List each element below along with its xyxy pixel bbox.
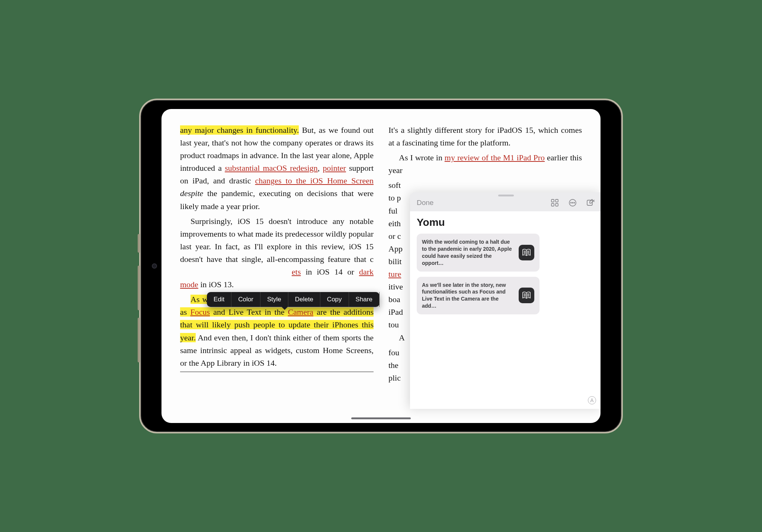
ipad-frame: any major changes in functionality. But,… — [139, 99, 623, 433]
menu-share[interactable]: Share — [349, 292, 380, 307]
done-button[interactable]: Done — [417, 199, 433, 207]
hw-volume-up — [138, 266, 140, 310]
svg-point-5 — [571, 202, 572, 203]
svg-rect-2 — [551, 203, 554, 206]
book-icon — [519, 245, 534, 260]
quick-note-title[interactable]: Yomu — [417, 217, 595, 228]
link-focus[interactable]: Focus — [190, 307, 210, 317]
link-m1-review[interactable]: my review of the M1 iPad Pro — [445, 153, 545, 162]
link-macos-redesign[interactable]: substantial macOS redesign — [225, 163, 318, 173]
svg-rect-1 — [556, 199, 558, 202]
menu-color[interactable]: Color — [231, 292, 260, 307]
pencil-marker-icon[interactable]: A — [588, 396, 596, 404]
screen: any major changes in functionality. But,… — [161, 109, 601, 423]
menu-style[interactable]: Style — [260, 292, 288, 307]
grid-icon[interactable] — [550, 198, 560, 208]
menu-edit[interactable]: Edit — [207, 292, 231, 307]
compose-icon[interactable] — [586, 198, 595, 208]
link-home-screen[interactable]: changes to the iOS Home Screen — [255, 176, 374, 185]
svg-point-7 — [574, 202, 575, 203]
link-pointer[interactable]: pointer — [323, 163, 346, 173]
svg-rect-3 — [556, 203, 558, 206]
link-widgets[interactable]: ets — [292, 267, 301, 276]
svg-point-6 — [572, 202, 573, 203]
link-camera[interactable]: Camera — [288, 307, 313, 317]
hw-button — [138, 234, 140, 253]
paragraph[interactable]: Surprisingly, iOS 15 doesn't introduce a… — [180, 215, 374, 291]
menu-copy[interactable]: Copy — [320, 292, 349, 307]
paragraph[interactable]: As I wrote in my review of the M1 iPad P… — [388, 151, 582, 177]
highlighted-text[interactable]: any major changes in functionality. — [180, 125, 299, 135]
paragraph[interactable]: It's a slightly different story for iPad… — [388, 124, 582, 149]
front-camera — [152, 263, 157, 269]
paragraph[interactable]: any major changes in functionality. But,… — [180, 124, 374, 213]
home-indicator[interactable] — [351, 417, 411, 419]
quick-note-toolbar: Done — [410, 196, 601, 211]
section-divider — [180, 372, 374, 372]
note-link-card[interactable]: With the world coming to a halt due to t… — [417, 234, 540, 272]
selection-context-menu: Edit Color Style Delete Copy Share — [207, 292, 380, 307]
quick-note-panel[interactable]: Done Yomu With the world coming to a hal… — [410, 192, 601, 409]
note-link-text: With the world coming to a halt due to t… — [422, 238, 513, 267]
quick-note-body[interactable]: Yomu With the world coming to a halt due… — [410, 211, 601, 409]
more-icon[interactable] — [568, 198, 577, 208]
svg-rect-0 — [551, 199, 554, 202]
book-icon — [519, 288, 534, 303]
note-link-card[interactable]: As we'll see later in the story, new fun… — [417, 277, 540, 315]
menu-delete[interactable]: Delete — [288, 292, 320, 307]
hw-volume-down — [138, 318, 140, 362]
note-link-text: As we'll see later in the story, new fun… — [422, 282, 513, 310]
